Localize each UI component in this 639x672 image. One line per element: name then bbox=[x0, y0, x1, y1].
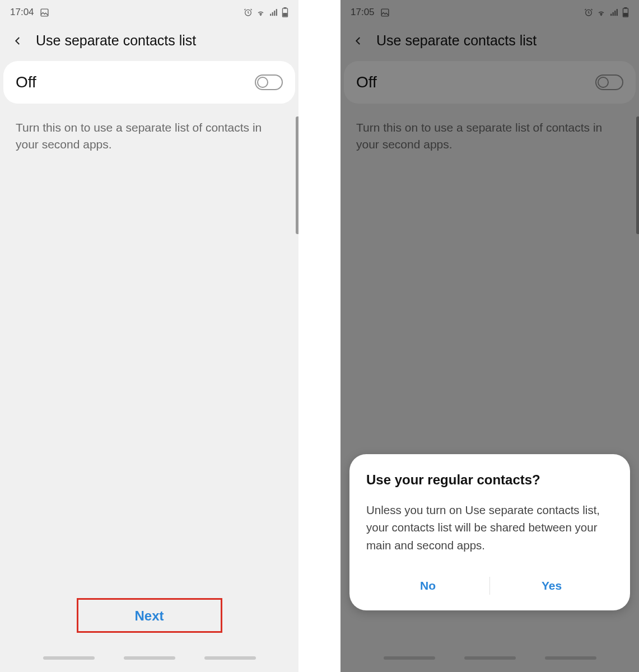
nav-home[interactable] bbox=[464, 656, 516, 660]
nav-back[interactable] bbox=[545, 656, 596, 660]
status-bar: 17:04 bbox=[0, 0, 298, 25]
battery-icon bbox=[622, 7, 629, 17]
nav-recent[interactable] bbox=[43, 656, 95, 660]
description-text: Turn this on to use a separate list of c… bbox=[0, 104, 298, 153]
svg-rect-14 bbox=[617, 9, 618, 16]
chevron-left-icon bbox=[13, 36, 23, 46]
status-time: 17:04 bbox=[10, 7, 34, 18]
description-text: Turn this on to use a separate list of c… bbox=[341, 104, 639, 153]
svg-rect-3 bbox=[272, 12, 273, 15]
wifi-icon bbox=[596, 8, 606, 17]
dialog-no-button[interactable]: No bbox=[366, 571, 489, 600]
svg-rect-11 bbox=[610, 13, 612, 16]
wifi-icon bbox=[256, 8, 265, 17]
image-icon bbox=[40, 8, 49, 17]
svg-rect-7 bbox=[284, 7, 286, 8]
nav-home[interactable] bbox=[124, 656, 175, 660]
toggle-card[interactable]: Off bbox=[344, 61, 636, 104]
status-time: 17:05 bbox=[351, 7, 375, 18]
svg-rect-0 bbox=[41, 9, 48, 16]
scrollbar[interactable] bbox=[636, 116, 639, 234]
toggle-label: Off bbox=[16, 73, 36, 91]
back-button[interactable] bbox=[352, 34, 365, 48]
dialog-body: Unless you turn on Use separate contacts… bbox=[366, 501, 613, 554]
next-button[interactable]: Next bbox=[134, 608, 164, 624]
screenshot-gap bbox=[298, 0, 341, 672]
svg-rect-13 bbox=[614, 10, 615, 15]
app-bar: Use separate contacts list bbox=[341, 25, 639, 61]
svg-rect-4 bbox=[274, 10, 275, 15]
nav-bar bbox=[0, 656, 298, 660]
screen-left: 17:04 Use separate contacts list Off Tur… bbox=[0, 0, 298, 672]
screen-right: 17:05 Use separate contacts list Off Tur… bbox=[341, 0, 639, 672]
dialog-title: Use your regular contacts? bbox=[366, 472, 613, 488]
svg-rect-2 bbox=[270, 13, 271, 16]
back-button[interactable] bbox=[11, 34, 25, 48]
nav-bar bbox=[341, 656, 639, 660]
toggle-switch[interactable] bbox=[255, 74, 283, 90]
toggle-knob bbox=[598, 77, 609, 88]
battery-icon bbox=[282, 7, 288, 17]
scrollbar[interactable] bbox=[296, 116, 298, 234]
svg-rect-8 bbox=[283, 13, 287, 16]
dialog-yes-button[interactable]: Yes bbox=[490, 571, 613, 600]
nav-back[interactable] bbox=[204, 656, 256, 660]
page-title: Use separate contacts list bbox=[376, 32, 537, 49]
svg-rect-17 bbox=[624, 13, 627, 16]
toggle-knob bbox=[257, 77, 268, 88]
confirm-dialog: Use your regular contacts? Unless you tu… bbox=[349, 454, 630, 610]
alarm-icon bbox=[584, 8, 593, 17]
svg-rect-9 bbox=[381, 9, 389, 16]
nav-recent[interactable] bbox=[384, 656, 435, 660]
signal-icon bbox=[609, 8, 619, 17]
app-bar: Use separate contacts list bbox=[0, 25, 298, 61]
status-bar: 17:05 bbox=[341, 0, 639, 25]
toggle-switch[interactable] bbox=[595, 74, 623, 90]
chevron-left-icon bbox=[353, 36, 363, 46]
signal-icon bbox=[269, 8, 278, 17]
svg-rect-12 bbox=[613, 12, 614, 15]
alarm-icon bbox=[244, 8, 253, 17]
toggle-card[interactable]: Off bbox=[3, 61, 295, 104]
svg-rect-16 bbox=[624, 7, 627, 8]
dialog-actions: No Yes bbox=[366, 571, 613, 600]
svg-rect-5 bbox=[276, 9, 277, 16]
image-icon bbox=[380, 8, 390, 17]
page-title: Use separate contacts list bbox=[36, 32, 196, 49]
toggle-label: Off bbox=[356, 73, 377, 91]
